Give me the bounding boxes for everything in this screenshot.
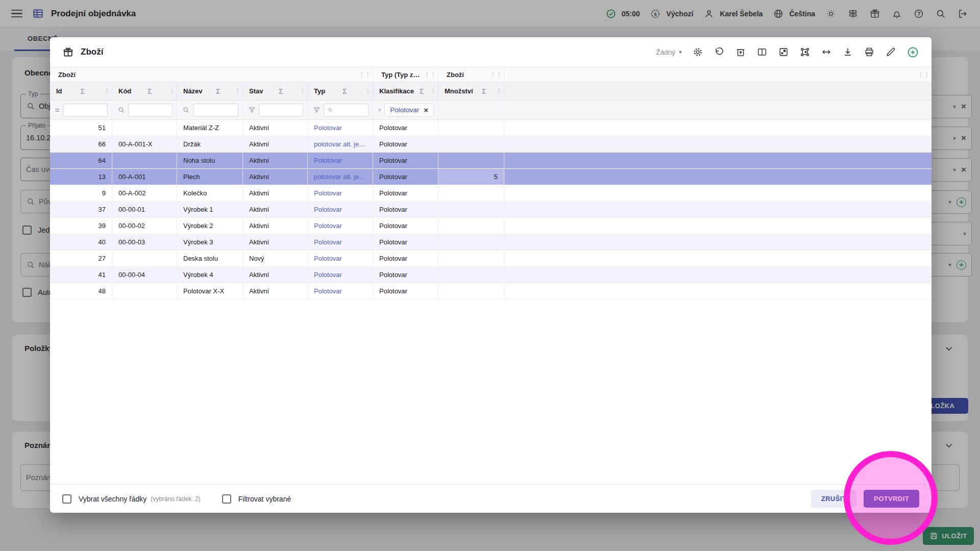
table-row[interactable]: 1300-A-001PlechAktivnípolotovar alt. je…… — [50, 169, 932, 185]
drag-handle-icon[interactable]: ⋮⋮ — [359, 71, 373, 78]
cell-nazev[interactable]: Držák — [177, 136, 243, 152]
cell-kod[interactable]: 00-A-001-X — [112, 136, 177, 152]
cell-nazev[interactable]: Kolečko — [177, 185, 243, 201]
select-all-checkbox[interactable] — [62, 494, 71, 504]
cell-klasifikace[interactable]: Polotovar — [373, 169, 438, 185]
resize-horizontal-icon[interactable] — [821, 46, 832, 58]
cell-kod[interactable] — [112, 153, 177, 168]
sum-sigma-icon[interactable]: Σ — [216, 87, 221, 95]
print-icon[interactable] — [864, 46, 875, 58]
cell-id[interactable]: 27 — [50, 251, 112, 266]
table-row[interactable]: 3700-00-01Výrobek 1AktivníPolotovarPolot… — [50, 202, 932, 218]
cell-stav[interactable]: Aktivní — [243, 218, 308, 234]
cell-typ[interactable]: Polotovar — [308, 234, 373, 250]
cell-nazev[interactable]: Materiál Z-Z — [177, 120, 243, 136]
columns-icon[interactable] — [756, 46, 768, 58]
trash-restore-icon[interactable] — [735, 46, 746, 58]
cell-id[interactable]: 51 — [50, 120, 112, 136]
cell-stav[interactable]: Aktivní — [243, 153, 308, 168]
cell-stav[interactable]: Aktivní — [243, 185, 308, 201]
sum-sigma-icon[interactable]: Σ — [279, 87, 284, 95]
cell-kod[interactable]: 00-A-002 — [112, 185, 177, 201]
cell-typ[interactable]: Polotovar — [308, 120, 373, 136]
confirm-button[interactable]: POTVRDIT — [864, 490, 919, 508]
sum-sigma-icon[interactable]: Σ — [81, 87, 86, 95]
cell-typ[interactable]: Polotovar — [308, 218, 373, 234]
table-row[interactable]: 900-A-002KolečkoAktivníPolotovarPolotova… — [50, 185, 932, 202]
cell-nazev[interactable]: Noha stolu — [177, 153, 243, 168]
table-row[interactable]: 6600-A-001-XDržákAktivnípolotovar alt. j… — [50, 136, 932, 153]
drag-handle-icon[interactable]: ⋮ — [169, 88, 177, 94]
cell-typ[interactable]: Polotovar — [308, 202, 373, 217]
column-header-stav[interactable]: StavΣ⋮ — [243, 82, 308, 100]
cell-id[interactable]: 13 — [50, 169, 112, 185]
cell-stav[interactable]: Aktivní — [243, 169, 308, 185]
cell-klasifikace[interactable]: Polotovar — [373, 120, 438, 136]
drag-handle-icon[interactable]: ⋮ — [430, 88, 438, 94]
cell-kod[interactable]: 00-00-02 — [112, 218, 177, 234]
cell-klasifikace[interactable]: Polotovar — [373, 202, 438, 217]
table-row[interactable]: 51Materiál Z-ZAktivníPolotovarPolotovar — [50, 120, 932, 136]
cell-stav[interactable]: Aktivní — [243, 120, 308, 136]
cell-id[interactable]: 40 — [50, 234, 112, 250]
cell-mnozstvi[interactable] — [438, 267, 504, 283]
drag-handle-icon[interactable]: ⋮ — [300, 88, 307, 94]
drag-handle-icon[interactable]: ⋮ — [235, 88, 242, 94]
cell-klasifikace[interactable]: Polotovar — [373, 136, 438, 152]
cell-mnozstvi[interactable] — [438, 234, 504, 250]
cell-mnozstvi[interactable] — [438, 251, 504, 266]
cell-stav[interactable]: Aktivní — [243, 283, 308, 299]
table-row[interactable]: 3900-00-02Výrobek 2AktivníPolotovarPolot… — [50, 218, 932, 234]
cell-id[interactable]: 41 — [50, 267, 112, 283]
sum-sigma-icon[interactable]: Σ — [420, 87, 425, 95]
cell-id[interactable]: 66 — [50, 136, 112, 152]
cell-mnozstvi[interactable] — [438, 218, 504, 234]
table-row[interactable]: 4000-00-03Výrobek 3AktivníPolotovarPolot… — [50, 234, 932, 251]
filter-selected-checkbox[interactable] — [222, 494, 231, 504]
filter-typ-input[interactable] — [335, 107, 364, 114]
cell-mnozstvi[interactable] — [438, 185, 504, 201]
column-header-klasifikace[interactable]: KlasifikaceΣ⋮ — [373, 82, 438, 100]
table-row[interactable]: 27Deska stoluNovýPolotovarPolotovar — [50, 251, 932, 267]
cell-typ[interactable]: Polotovar — [308, 153, 373, 168]
filter-stav-input[interactable] — [259, 104, 303, 117]
preset-dropdown[interactable]: Žádný ▾ — [656, 48, 682, 56]
table-row[interactable]: 64Noha stoluAktivníPolotovarPolotovar — [50, 153, 932, 169]
add-row-icon[interactable] — [906, 46, 919, 59]
cell-stav[interactable]: Aktivní — [243, 234, 308, 250]
filter-kod-input[interactable] — [128, 104, 173, 117]
column-group-3[interactable]: Zboží⋮⋮ — [438, 67, 504, 82]
cell-stav[interactable]: Nový — [243, 251, 308, 266]
cell-kod[interactable]: 00-00-01 — [112, 202, 177, 217]
cell-mnozstvi[interactable] — [438, 153, 504, 168]
cell-mnozstvi[interactable]: 5 — [438, 169, 504, 185]
download-icon[interactable] — [842, 46, 853, 58]
cell-klasifikace[interactable]: Polotovar — [373, 267, 438, 283]
drag-handle-icon[interactable]: ⋮ — [496, 88, 504, 94]
cell-nazev[interactable]: Výrobek 4 — [177, 267, 243, 283]
column-group-2[interactable]: Typ (Typ z…⋮⋮ — [373, 67, 438, 82]
cell-id[interactable]: 64 — [50, 153, 112, 168]
cell-id[interactable]: 9 — [50, 185, 112, 201]
cell-stav[interactable]: Aktivní — [243, 136, 308, 152]
drag-handle-icon[interactable]: ⋮ — [104, 88, 112, 94]
column-header-typ[interactable]: TypΣ⋮ — [308, 82, 373, 100]
cell-nazev[interactable]: Výrobek 3 — [177, 234, 243, 250]
cell-nazev[interactable]: Deska stolu — [177, 251, 243, 266]
cell-mnozstvi[interactable] — [438, 120, 504, 136]
drag-handle-icon[interactable]: ⋮⋮ — [918, 71, 932, 78]
sum-sigma-icon[interactable]: Σ — [482, 87, 487, 95]
cell-nazev[interactable]: Výrobek 1 — [177, 202, 243, 217]
filter-id-input[interactable] — [63, 104, 108, 117]
cell-klasifikace[interactable]: Polotovar — [373, 153, 438, 168]
cell-kod[interactable] — [112, 251, 177, 266]
cell-typ[interactable]: Polotovar — [308, 267, 373, 283]
equals-icon[interactable]: = — [55, 106, 60, 114]
cell-typ[interactable]: Polotovar — [308, 185, 373, 201]
cell-kod[interactable]: 00-00-04 — [112, 267, 177, 283]
cell-klasifikace[interactable]: Polotovar — [373, 185, 438, 201]
table-row[interactable]: 4100-00-04Výrobek 4AktivníPolotovarPolot… — [50, 267, 932, 283]
filter-chip-polotovar[interactable]: Polotovar × — [384, 103, 434, 117]
cell-typ[interactable]: Polotovar — [308, 251, 373, 266]
chip-remove-icon[interactable]: × — [424, 106, 428, 114]
